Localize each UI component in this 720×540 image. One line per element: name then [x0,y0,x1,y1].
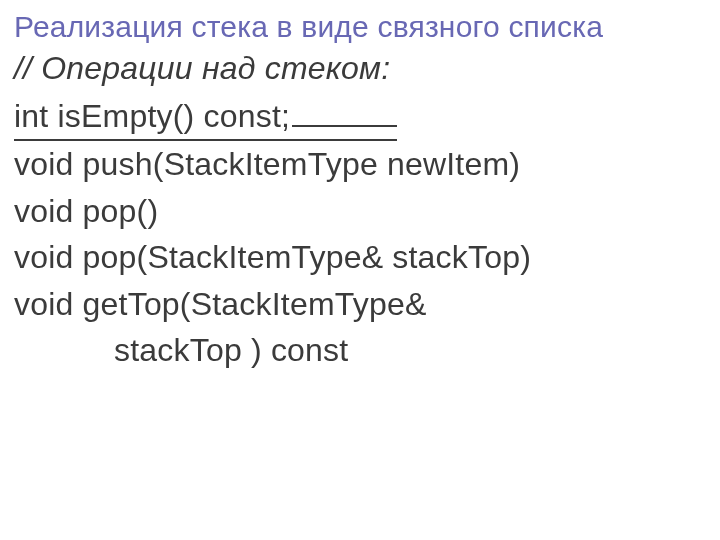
code-line-2: void push(StackItemType newItem) [14,141,706,187]
code-line-3: void pop() [14,188,706,234]
slide-title: Реализация стека в виде связного списка [14,10,706,44]
code-line-4: void pop(StackItemType& stackTop) [14,234,706,280]
slide: Реализация стека в виде связного списка … [0,0,720,540]
code-line-5: void getTop(StackItemType& [14,281,706,327]
code-line-1: int isEmpty() const; [14,93,706,141]
code-line-1-text: int isEmpty() const; [14,93,397,141]
code-comment: // Операции над стеком: [14,50,706,87]
code-line-6: stackTop ) const [14,327,706,373]
